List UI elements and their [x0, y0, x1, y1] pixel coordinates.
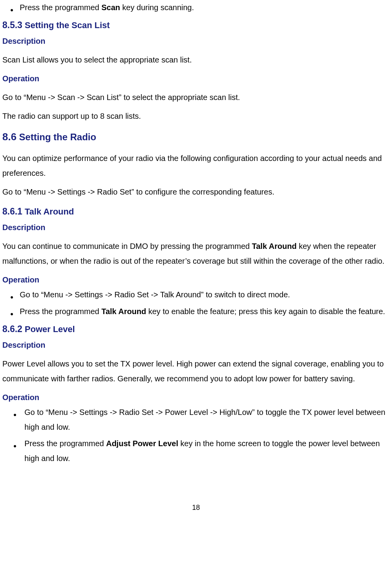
heading-8-6-1: 8.6.1 Talk Around: [2, 203, 390, 220]
subhead-description: Description: [2, 338, 390, 352]
bullet-icon: ●: [10, 5, 13, 15]
subhead-operation: Operation: [2, 71, 390, 86]
text-fragment: Press the programmed: [24, 439, 106, 448]
text-bold: Adjust Power Level: [106, 439, 178, 448]
heading-8-6-2: 8.6.2 Power Level: [2, 321, 390, 338]
text-bold: Talk Around: [101, 307, 146, 316]
bullet-talk-around-key: ● Press the programmed Talk Around key t…: [2, 304, 390, 319]
paragraph: You can continue to communicate in DMO b…: [2, 239, 390, 268]
bullet-text: Press the programmed Adjust Power Level …: [23, 436, 390, 466]
bullet-text: Go to “Menu -> Settings -> Radio Set -> …: [23, 405, 390, 434]
text-fragment: key to enable the feature; press this ke…: [146, 307, 385, 316]
paragraph: Scan List allows you to select the appro…: [2, 52, 390, 67]
bullet-power-level-key: ● Press the programmed Adjust Power Leve…: [2, 436, 390, 466]
bullet-text: Press the programmed Talk Around key to …: [20, 304, 390, 319]
subhead-description: Description: [2, 34, 390, 48]
paragraph: Go to “Menu -> Scan -> Scan List” to sel…: [2, 90, 390, 105]
heading-title: Talk Around: [22, 207, 74, 216]
heading-8-5-3: 8.5.3 Setting the Scan List: [2, 17, 390, 34]
bullet-text: Press the programmed Scan key during sca…: [20, 0, 390, 15]
heading-title: Power Level: [22, 324, 75, 334]
heading-title: Setting the Radio: [16, 132, 96, 142]
text-fragment: Press the programmed: [20, 3, 101, 12]
subhead-operation: Operation: [2, 272, 390, 287]
subhead-description: Description: [2, 220, 390, 235]
text-bold: Talk Around: [252, 242, 296, 250]
heading-number: 8.6: [2, 131, 16, 143]
text-fragment: key during scanning.: [120, 3, 194, 12]
bullet-scan-key: ● Press the programmed Scan key during s…: [2, 0, 390, 15]
paragraph: You can optimize performance of your rad…: [2, 151, 390, 181]
bullet-text: Go to “Menu -> Settings -> Radio Set -> …: [20, 287, 390, 302]
heading-number: 8.6.2: [2, 324, 22, 334]
bullet-icon: ●: [13, 441, 16, 451]
heading-number: 8.6.1: [2, 206, 22, 216]
heading-title: Setting the Scan List: [22, 20, 110, 30]
heading-8-6: 8.6 Setting the Radio: [2, 127, 390, 147]
heading-number: 8.5.3: [2, 20, 22, 30]
bullet-talk-around-menu: ● Go to “Menu -> Settings -> Radio Set -…: [2, 287, 390, 302]
bullet-icon: ●: [13, 409, 16, 420]
bullet-power-level-menu: ● Go to “Menu -> Settings -> Radio Set -…: [2, 405, 390, 434]
text-fragment: Press the programmed: [20, 307, 101, 316]
paragraph: Power Level allows you to set the TX pow…: [2, 356, 390, 386]
subhead-operation: Operation: [2, 390, 390, 405]
text-bold: Scan: [101, 3, 120, 12]
bullet-icon: ●: [10, 309, 13, 319]
paragraph: Go to “Menu -> Settings -> Radio Set” to…: [2, 184, 390, 199]
paragraph: The radio can support up to 8 scan lists…: [2, 109, 390, 123]
bullet-icon: ●: [10, 292, 13, 302]
text-fragment: You can continue to communicate in DMO b…: [2, 242, 252, 250]
page-number: 18: [2, 501, 390, 514]
